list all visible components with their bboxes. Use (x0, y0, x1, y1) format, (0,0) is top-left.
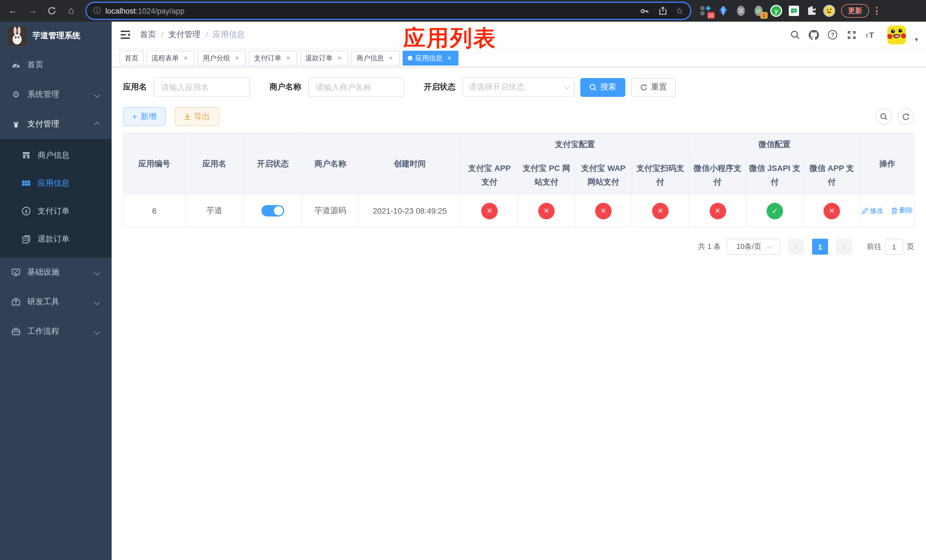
search-icon[interactable] (790, 30, 800, 40)
edit-link[interactable]: 修改 (862, 206, 883, 216)
svg-text:y: y (775, 8, 778, 14)
delete-link[interactable]: 删除 (891, 206, 913, 216)
sidebar-item-app-info[interactable]: 应用信息 (0, 169, 112, 197)
collection-extension-icon[interactable]: 10 (699, 5, 712, 17)
sidebar-item-label: 退款订单 (38, 234, 70, 244)
site-info-icon[interactable]: ⓘ (94, 6, 101, 16)
tags-view-bar: 首页 流程表单× 用户分组× 支付订单× 退款订单× 商户信息× 应用信息× (112, 48, 926, 67)
sidebar-item-merchant-info[interactable]: 商户信息 (0, 141, 112, 169)
extension-badge: 10 (707, 12, 715, 19)
chevron-up-icon (94, 121, 100, 127)
cell-app-name: 芋道 (185, 195, 244, 227)
password-key-icon[interactable] (639, 6, 649, 16)
close-icon[interactable]: × (182, 54, 190, 62)
status-label: 开启状态 (424, 82, 455, 92)
sidebar-item-workflow[interactable]: 工作流程 (0, 317, 112, 347)
sidebar-item-payment[interactable]: ¥ 支付管理 (0, 109, 112, 139)
close-icon[interactable]: × (387, 54, 395, 62)
address-bar[interactable]: ⓘ localhost:1024/pay/app ☆ (86, 3, 690, 19)
page-content: 应用名 商户名称 开启状态 请选择开启状态 搜索 (112, 67, 926, 255)
current-page-button[interactable]: 1 (812, 239, 828, 255)
app-logo[interactable]: 芋道管理系统 (0, 22, 112, 50)
close-icon[interactable]: × (284, 54, 292, 62)
blue-gem-extension-icon[interactable] (717, 5, 729, 17)
browser-menu-icon[interactable] (873, 4, 881, 18)
fullscreen-icon[interactable] (847, 30, 857, 40)
tab-merchant-info[interactable]: 商户信息× (351, 51, 400, 65)
col-header-alipay-wap: 支付宝 WAP 网站支付 (575, 156, 632, 195)
app-name-input[interactable] (154, 77, 250, 97)
prev-page-button[interactable]: ‹ (788, 239, 804, 255)
svg-text:⌘: ⌘ (738, 8, 744, 15)
github-icon[interactable] (809, 30, 819, 40)
table-row: 6 芋道 芋道源码 2021-10-23 08:49:25 (123, 195, 914, 227)
browser-reload-icon[interactable] (43, 2, 61, 20)
sidebar-item-label: 商户信息 (38, 150, 70, 160)
merchant-name-label: 商户名称 (269, 82, 301, 92)
browser-home-icon[interactable]: ⌂ (63, 2, 80, 20)
sidebar-item-devtools[interactable]: 研发工具 (0, 287, 112, 317)
cell-status (244, 195, 302, 227)
col-header-wechat-jsapi: 微信 JSAPI 支付 (746, 156, 803, 195)
user-avatar[interactable] (888, 25, 906, 44)
bookmark-star-icon[interactable]: ☆ (676, 6, 683, 16)
chevron-down-icon (94, 299, 100, 305)
sidebar-item-label: 支付管理 (27, 119, 59, 129)
chat-extension-icon[interactable] (788, 5, 800, 17)
collapse-sidebar-icon[interactable] (120, 29, 131, 41)
yen-icon: ¥ (11, 120, 21, 129)
dashboard-icon (11, 61, 21, 70)
export-button[interactable]: 导出 (175, 107, 219, 126)
wechat-app-status-icon (823, 203, 840, 219)
puzzle-extensions-icon[interactable] (805, 5, 818, 17)
browser-toolbar: ← → ⌂ ⓘ localhost:1024/pay/app ☆ 10 (0, 0, 926, 22)
tab-user-group[interactable]: 用户分组× (198, 51, 246, 65)
reset-button[interactable]: 重置 (631, 78, 676, 97)
sidebar-item-refund-order[interactable]: 退款订单 (0, 225, 112, 253)
page-title-annotation: 应用列表 (403, 23, 496, 53)
browser-back-icon[interactable]: ← (5, 2, 22, 20)
chevron-down-icon (94, 92, 100, 97)
close-icon[interactable]: × (336, 54, 343, 62)
search-button[interactable]: 搜索 (580, 78, 625, 97)
status-toggle[interactable] (262, 205, 284, 216)
monitor-icon (11, 268, 21, 277)
profile-avatar-icon[interactable] (823, 5, 835, 17)
sidebar-item-home[interactable]: 首页 (0, 50, 112, 80)
tab-flow-form[interactable]: 流程表单× (146, 51, 195, 65)
tab-home[interactable]: 首页 (120, 51, 144, 65)
browser-forward-icon[interactable]: → (24, 2, 41, 20)
col-header-app-name: 应用名 (185, 133, 244, 195)
sidebar-item-infrastructure[interactable]: 基础设施 (0, 257, 112, 287)
merchant-name-input[interactable] (308, 77, 404, 97)
next-page-button[interactable]: › (836, 239, 852, 255)
sidebar-item-label: 工作流程 (27, 327, 59, 337)
breadcrumb-payment[interactable]: 支付管理 (169, 30, 200, 40)
toggle-search-icon-button[interactable] (875, 108, 892, 125)
recorder-extension-icon[interactable]: 1 (752, 5, 765, 17)
sidebar-item-pay-order[interactable]: ¥ 支付订单 (0, 197, 112, 225)
page-size-select[interactable]: 10条/页 (727, 239, 780, 255)
browser-update-button[interactable]: 更新 (841, 4, 869, 18)
svg-text:T: T (866, 33, 869, 38)
sidebar-item-label: 基础设施 (27, 267, 59, 277)
avatar-caret-icon[interactable]: ▾ (915, 36, 918, 43)
sidebar-item-system[interactable]: ⚙ 系统管理 (0, 80, 112, 109)
breadcrumb-home[interactable]: 首页 (140, 30, 156, 40)
add-button[interactable]: + 新增 (123, 107, 166, 126)
close-icon[interactable]: × (445, 54, 453, 62)
font-size-icon[interactable]: TT (865, 30, 876, 40)
tab-refund-order[interactable]: 退款订单× (300, 51, 348, 65)
url-text[interactable]: localhost:1024/pay/app (105, 6, 635, 15)
share-icon[interactable] (658, 6, 668, 16)
vue-devtools-extension-icon[interactable]: y (770, 5, 782, 17)
close-icon[interactable]: × (233, 54, 241, 62)
tab-pay-order[interactable]: 支付订单× (249, 51, 297, 65)
status-select[interactable]: 请选择开启状态 (462, 77, 575, 97)
goto-page-input[interactable] (885, 239, 903, 255)
alipay-app-status-icon (481, 203, 498, 219)
briefcase-icon (11, 327, 21, 336)
help-icon[interactable]: ? (828, 30, 838, 40)
refresh-icon-button[interactable] (897, 108, 914, 125)
command-extension-icon[interactable]: ⌘ (735, 5, 747, 17)
